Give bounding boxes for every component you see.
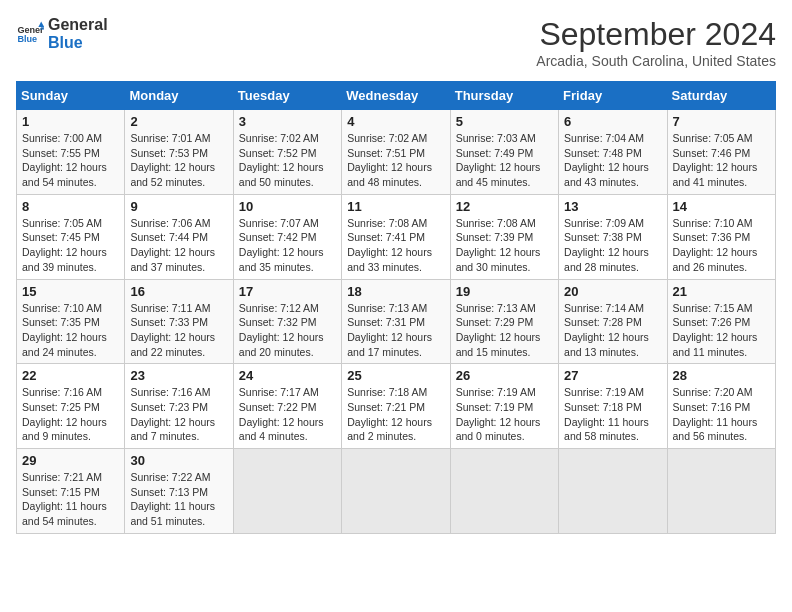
day-cell	[667, 449, 775, 534]
day-cell: 15Sunrise: 7:10 AMSunset: 7:35 PMDayligh…	[17, 279, 125, 364]
day-number: 17	[239, 284, 336, 299]
day-cell: 13Sunrise: 7:09 AMSunset: 7:38 PMDayligh…	[559, 194, 667, 279]
day-info: Sunrise: 7:22 AMSunset: 7:13 PMDaylight:…	[130, 470, 227, 529]
day-info: Sunrise: 7:14 AMSunset: 7:28 PMDaylight:…	[564, 301, 661, 360]
day-cell	[342, 449, 450, 534]
day-number: 6	[564, 114, 661, 129]
day-info: Sunrise: 7:04 AMSunset: 7:48 PMDaylight:…	[564, 131, 661, 190]
day-cell: 20Sunrise: 7:14 AMSunset: 7:28 PMDayligh…	[559, 279, 667, 364]
day-cell: 2Sunrise: 7:01 AMSunset: 7:53 PMDaylight…	[125, 110, 233, 195]
day-cell: 25Sunrise: 7:18 AMSunset: 7:21 PMDayligh…	[342, 364, 450, 449]
day-number: 25	[347, 368, 444, 383]
week-row-1: 1Sunrise: 7:00 AMSunset: 7:55 PMDaylight…	[17, 110, 776, 195]
day-number: 8	[22, 199, 119, 214]
day-cell	[559, 449, 667, 534]
day-cell: 16Sunrise: 7:11 AMSunset: 7:33 PMDayligh…	[125, 279, 233, 364]
col-header-tuesday: Tuesday	[233, 82, 341, 110]
day-number: 3	[239, 114, 336, 129]
day-info: Sunrise: 7:02 AMSunset: 7:52 PMDaylight:…	[239, 131, 336, 190]
day-cell: 27Sunrise: 7:19 AMSunset: 7:18 PMDayligh…	[559, 364, 667, 449]
day-info: Sunrise: 7:10 AMSunset: 7:36 PMDaylight:…	[673, 216, 770, 275]
day-cell: 21Sunrise: 7:15 AMSunset: 7:26 PMDayligh…	[667, 279, 775, 364]
day-info: Sunrise: 7:00 AMSunset: 7:55 PMDaylight:…	[22, 131, 119, 190]
day-info: Sunrise: 7:08 AMSunset: 7:41 PMDaylight:…	[347, 216, 444, 275]
day-cell: 10Sunrise: 7:07 AMSunset: 7:42 PMDayligh…	[233, 194, 341, 279]
day-cell: 24Sunrise: 7:17 AMSunset: 7:22 PMDayligh…	[233, 364, 341, 449]
col-header-saturday: Saturday	[667, 82, 775, 110]
day-cell: 28Sunrise: 7:20 AMSunset: 7:16 PMDayligh…	[667, 364, 775, 449]
day-cell: 26Sunrise: 7:19 AMSunset: 7:19 PMDayligh…	[450, 364, 558, 449]
col-header-friday: Friday	[559, 82, 667, 110]
day-number: 20	[564, 284, 661, 299]
day-info: Sunrise: 7:16 AMSunset: 7:23 PMDaylight:…	[130, 385, 227, 444]
day-number: 11	[347, 199, 444, 214]
week-row-2: 8Sunrise: 7:05 AMSunset: 7:45 PMDaylight…	[17, 194, 776, 279]
day-info: Sunrise: 7:03 AMSunset: 7:49 PMDaylight:…	[456, 131, 553, 190]
day-cell: 29Sunrise: 7:21 AMSunset: 7:15 PMDayligh…	[17, 449, 125, 534]
day-info: Sunrise: 7:09 AMSunset: 7:38 PMDaylight:…	[564, 216, 661, 275]
day-number: 2	[130, 114, 227, 129]
day-number: 26	[456, 368, 553, 383]
day-cell: 30Sunrise: 7:22 AMSunset: 7:13 PMDayligh…	[125, 449, 233, 534]
day-number: 29	[22, 453, 119, 468]
day-cell: 7Sunrise: 7:05 AMSunset: 7:46 PMDaylight…	[667, 110, 775, 195]
day-number: 1	[22, 114, 119, 129]
day-number: 27	[564, 368, 661, 383]
day-cell	[233, 449, 341, 534]
location-subtitle: Arcadia, South Carolina, United States	[536, 53, 776, 69]
day-number: 14	[673, 199, 770, 214]
col-header-wednesday: Wednesday	[342, 82, 450, 110]
day-cell: 5Sunrise: 7:03 AMSunset: 7:49 PMDaylight…	[450, 110, 558, 195]
calendar-header-row: SundayMondayTuesdayWednesdayThursdayFrid…	[17, 82, 776, 110]
day-info: Sunrise: 7:08 AMSunset: 7:39 PMDaylight:…	[456, 216, 553, 275]
day-number: 21	[673, 284, 770, 299]
day-number: 18	[347, 284, 444, 299]
day-info: Sunrise: 7:15 AMSunset: 7:26 PMDaylight:…	[673, 301, 770, 360]
day-info: Sunrise: 7:19 AMSunset: 7:19 PMDaylight:…	[456, 385, 553, 444]
day-number: 7	[673, 114, 770, 129]
day-cell: 14Sunrise: 7:10 AMSunset: 7:36 PMDayligh…	[667, 194, 775, 279]
day-info: Sunrise: 7:13 AMSunset: 7:31 PMDaylight:…	[347, 301, 444, 360]
day-cell: 6Sunrise: 7:04 AMSunset: 7:48 PMDaylight…	[559, 110, 667, 195]
day-info: Sunrise: 7:11 AMSunset: 7:33 PMDaylight:…	[130, 301, 227, 360]
logo-icon: General Blue	[16, 20, 44, 48]
col-header-sunday: Sunday	[17, 82, 125, 110]
day-cell: 3Sunrise: 7:02 AMSunset: 7:52 PMDaylight…	[233, 110, 341, 195]
day-info: Sunrise: 7:06 AMSunset: 7:44 PMDaylight:…	[130, 216, 227, 275]
month-title: September 2024	[536, 16, 776, 53]
day-number: 24	[239, 368, 336, 383]
day-number: 22	[22, 368, 119, 383]
page-header: General Blue General Blue September 2024…	[16, 16, 776, 69]
calendar-table: SundayMondayTuesdayWednesdayThursdayFrid…	[16, 81, 776, 534]
day-cell: 4Sunrise: 7:02 AMSunset: 7:51 PMDaylight…	[342, 110, 450, 195]
day-number: 23	[130, 368, 227, 383]
day-info: Sunrise: 7:13 AMSunset: 7:29 PMDaylight:…	[456, 301, 553, 360]
day-info: Sunrise: 7:21 AMSunset: 7:15 PMDaylight:…	[22, 470, 119, 529]
day-info: Sunrise: 7:01 AMSunset: 7:53 PMDaylight:…	[130, 131, 227, 190]
day-info: Sunrise: 7:05 AMSunset: 7:46 PMDaylight:…	[673, 131, 770, 190]
day-info: Sunrise: 7:05 AMSunset: 7:45 PMDaylight:…	[22, 216, 119, 275]
day-number: 15	[22, 284, 119, 299]
day-cell: 9Sunrise: 7:06 AMSunset: 7:44 PMDaylight…	[125, 194, 233, 279]
svg-text:Blue: Blue	[17, 34, 37, 44]
day-cell: 18Sunrise: 7:13 AMSunset: 7:31 PMDayligh…	[342, 279, 450, 364]
day-info: Sunrise: 7:17 AMSunset: 7:22 PMDaylight:…	[239, 385, 336, 444]
day-info: Sunrise: 7:07 AMSunset: 7:42 PMDaylight:…	[239, 216, 336, 275]
day-cell: 22Sunrise: 7:16 AMSunset: 7:25 PMDayligh…	[17, 364, 125, 449]
title-area: September 2024 Arcadia, South Carolina, …	[536, 16, 776, 69]
week-row-4: 22Sunrise: 7:16 AMSunset: 7:25 PMDayligh…	[17, 364, 776, 449]
day-info: Sunrise: 7:02 AMSunset: 7:51 PMDaylight:…	[347, 131, 444, 190]
day-number: 13	[564, 199, 661, 214]
day-info: Sunrise: 7:18 AMSunset: 7:21 PMDaylight:…	[347, 385, 444, 444]
day-cell: 17Sunrise: 7:12 AMSunset: 7:32 PMDayligh…	[233, 279, 341, 364]
day-info: Sunrise: 7:20 AMSunset: 7:16 PMDaylight:…	[673, 385, 770, 444]
day-cell: 11Sunrise: 7:08 AMSunset: 7:41 PMDayligh…	[342, 194, 450, 279]
day-cell: 1Sunrise: 7:00 AMSunset: 7:55 PMDaylight…	[17, 110, 125, 195]
day-number: 10	[239, 199, 336, 214]
day-cell: 19Sunrise: 7:13 AMSunset: 7:29 PMDayligh…	[450, 279, 558, 364]
day-number: 28	[673, 368, 770, 383]
day-cell: 8Sunrise: 7:05 AMSunset: 7:45 PMDaylight…	[17, 194, 125, 279]
day-cell: 12Sunrise: 7:08 AMSunset: 7:39 PMDayligh…	[450, 194, 558, 279]
day-number: 4	[347, 114, 444, 129]
day-info: Sunrise: 7:19 AMSunset: 7:18 PMDaylight:…	[564, 385, 661, 444]
